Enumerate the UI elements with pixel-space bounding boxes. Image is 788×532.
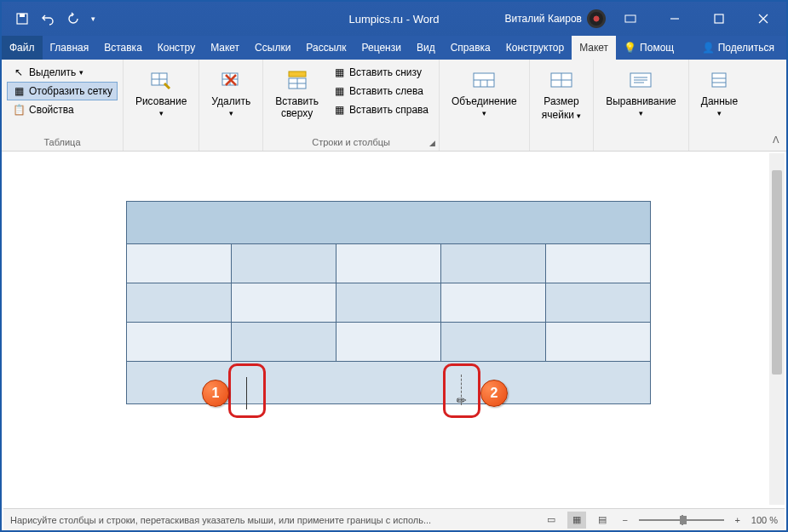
table-row [127,244,651,283]
group-alignment: Выравнивание▾ [594,60,689,151]
zoom-slider[interactable] [639,519,724,521]
properties-button[interactable]: 📋Свойства [7,100,118,119]
zoom-in-button[interactable]: + [731,515,745,525]
share-icon: 👤 [702,42,715,54]
callout-box-1 [228,363,266,418]
group-draw: Рисование▾ [124,60,199,151]
close-icon[interactable] [744,2,783,36]
group-label: Таблица [7,135,118,151]
collapse-ribbon-icon[interactable]: ᐱ [773,134,779,146]
group-table: ↖Выделить▾ ▦Отобразить сетку 📋Свойства Т… [2,60,124,151]
data-button[interactable]: Данные▾ [694,63,745,121]
insert-above-icon [284,66,311,94]
web-layout-icon[interactable]: ▤ [593,512,612,529]
read-mode-icon[interactable]: ▭ [542,512,561,529]
drawn-line [246,377,247,409]
svg-rect-1 [20,14,25,17]
insert-right-icon: ▦ [332,103,346,117]
vertical-scrollbar[interactable] [769,153,785,505]
group-delete: Удалить▾ [199,60,263,151]
ribbon-display-icon[interactable] [611,2,650,36]
user-section: Виталий Каиров [504,2,786,36]
callout-box-2 [443,363,480,418]
select-button[interactable]: ↖Выделить▾ [7,63,118,82]
undo-icon[interactable] [36,7,60,31]
zoom-thumb[interactable] [680,516,687,524]
ribbon-tabs: Файл Главная Вставка Констру Макет Ссылк… [2,36,786,60]
tab-insert[interactable]: Вставка [96,36,150,60]
tab-file[interactable]: Файл [2,36,43,60]
qat-dropdown-icon[interactable]: ▾ [87,7,99,31]
table-row [127,323,651,362]
zoom-level[interactable]: 100 % [751,515,778,525]
tell-me[interactable]: 💡Помощ [616,36,682,60]
maximize-icon[interactable] [699,2,739,36]
redo-icon[interactable] [61,7,85,31]
cursor-icon: ↖ [12,66,26,79]
alignment-button[interactable]: Выравнивание▾ [599,63,683,121]
view-gridlines-button[interactable]: ▦Отобразить сетку [7,82,118,100]
page[interactable]: 1 ✎ 2 [34,162,743,485]
svg-rect-30 [712,73,726,87]
ribbon: ↖Выделить▾ ▦Отобразить сетку 📋Свойства Т… [2,60,786,152]
quick-access-toolbar: ▾ [2,7,99,31]
tab-design[interactable]: Констру [150,36,203,60]
user-avatar-icon[interactable] [587,9,606,28]
insert-right-button[interactable]: ▦Вставить справа [327,100,434,119]
svg-rect-18 [289,72,306,77]
tab-table-layout[interactable]: Макет [572,36,616,60]
alignment-icon [627,66,654,94]
status-bar: Нарисуйте столбцы и строки, перетаскивая… [3,508,785,530]
callout-badge-2: 2 [480,380,508,407]
svg-rect-4 [715,14,723,23]
cell-size-button[interactable]: Размер ячейки ▾ [535,63,588,124]
app-title: Lumpics.ru - Word [349,13,440,26]
insert-below-icon: ▦ [332,66,346,79]
group-merge: Объединение▾ [440,60,530,151]
group-rows-cols: Вставить сверху ▦Вставить снизу ▦Вставит… [263,60,440,151]
insert-left-icon: ▦ [332,84,346,98]
data-icon [705,66,733,94]
document-table[interactable] [126,201,651,404]
table-row [127,283,651,323]
zoom-out-button[interactable]: − [618,515,632,525]
document-area: 1 ✎ 2 [3,153,785,505]
insert-left-button[interactable]: ▦Вставить слева [327,82,434,100]
tab-help[interactable]: Справка [443,36,498,60]
tab-layout[interactable]: Макет [203,36,247,60]
minimize-icon[interactable] [655,2,694,36]
status-text: Нарисуйте столбцы и строки, перетаскивая… [10,515,431,525]
callout-badge-1: 1 [202,380,229,407]
delete-button[interactable]: Удалить▾ [204,63,257,121]
tab-references[interactable]: Ссылки [247,36,298,60]
tab-view[interactable]: Вид [409,36,443,60]
insert-below-button[interactable]: ▦Вставить снизу [327,63,434,82]
grid-icon: ▦ [12,84,26,98]
print-layout-icon[interactable]: ▦ [567,512,586,529]
svg-rect-2 [625,15,636,22]
bulb-icon: 💡 [624,42,636,54]
tab-home[interactable]: Главная [43,36,97,60]
user-name[interactable]: Виталий Каиров [504,13,582,25]
merge-button[interactable]: Объединение▾ [445,63,524,121]
tab-mailings[interactable]: Рассылк [298,36,354,60]
share-button[interactable]: 👤Поделиться [694,36,786,60]
tab-table-design[interactable]: Конструктор [498,36,572,60]
scroll-thumb[interactable] [772,170,782,375]
tab-review[interactable]: Рецензи [354,36,409,60]
delete-icon [217,66,244,94]
save-icon[interactable] [10,7,34,31]
title-bar: ▾ Lumpics.ru - Word Виталий Каиров [2,2,786,36]
group-cell-size: Размер ячейки ▾ [530,60,594,151]
properties-icon: 📋 [12,103,26,117]
draw-table-button[interactable]: Рисование▾ [129,63,193,121]
table-row [127,202,651,244]
insert-above-button[interactable]: Вставить сверху [268,63,325,123]
draw-table-icon [147,66,175,94]
merge-icon [470,66,498,94]
dialog-launcher-icon[interactable]: ◢ [429,139,435,147]
cell-size-icon [548,66,575,94]
group-data: Данные▾ [689,60,750,151]
